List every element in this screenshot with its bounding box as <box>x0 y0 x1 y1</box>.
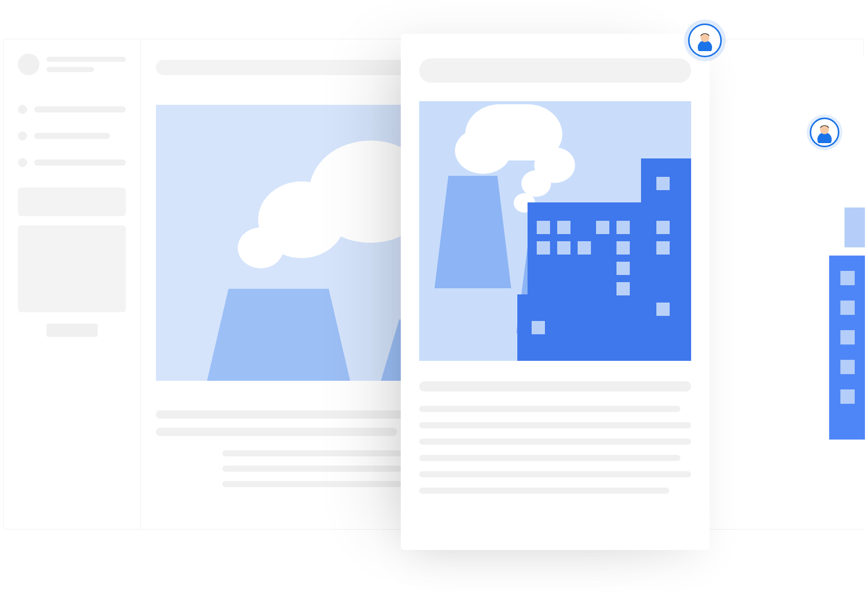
window-icon <box>616 262 630 275</box>
window-icon <box>656 177 670 190</box>
cooling-tower-icon <box>435 176 511 288</box>
window-icon <box>578 241 591 255</box>
placeholder-line <box>47 67 94 72</box>
sidebar-placeholder <box>4 39 141 529</box>
user-avatar-badge <box>688 24 722 57</box>
cloud-icon <box>455 128 511 174</box>
window-icon <box>616 221 630 234</box>
window-icon <box>616 241 630 255</box>
placeholder-line <box>419 455 680 461</box>
window-icon <box>557 241 570 255</box>
placeholder-line <box>419 488 669 494</box>
article-text-placeholder <box>419 381 691 494</box>
placeholder-line <box>419 471 691 477</box>
building-strip <box>844 208 865 247</box>
window-icon <box>840 360 855 374</box>
placeholder-line <box>47 57 126 62</box>
user-avatar-icon <box>814 122 835 143</box>
window-icon <box>532 321 545 334</box>
cooling-tower-icon <box>207 289 350 381</box>
profile-text-placeholder <box>47 54 126 77</box>
window-icon <box>840 389 855 404</box>
cloud-icon <box>238 227 284 268</box>
sidebar-button-placeholder <box>47 324 98 337</box>
placeholder-line <box>34 133 110 139</box>
placeholder-line <box>34 106 126 112</box>
bullet-icon <box>18 158 27 167</box>
sidebar-item-placeholder <box>18 105 126 114</box>
placeholder-line <box>222 466 401 472</box>
placeholder-line <box>222 450 401 456</box>
placeholder-line <box>419 422 691 428</box>
sidebar-card-placeholder <box>18 225 126 312</box>
window-icon <box>656 221 670 234</box>
placeholder-line <box>419 381 691 392</box>
placeholder-line <box>156 428 397 436</box>
window-icon <box>596 221 609 234</box>
hero-illustration <box>419 101 691 361</box>
bullet-icon <box>18 105 27 114</box>
placeholder-line <box>419 439 691 445</box>
search-bar-placeholder <box>419 58 691 83</box>
sidebar-item-placeholder <box>18 158 126 167</box>
window-icon <box>557 221 570 234</box>
placeholder-line <box>34 159 126 166</box>
placeholder-line <box>419 406 680 412</box>
sidebar-item-placeholder <box>18 131 126 141</box>
window-icon <box>656 303 670 316</box>
window-icon <box>656 241 670 255</box>
sidebar-profile-placeholder <box>18 54 126 77</box>
avatar-placeholder-circle <box>18 54 39 75</box>
bullet-icon <box>18 131 27 141</box>
window-icon <box>840 301 855 315</box>
sidebar-card-placeholder <box>18 188 126 216</box>
window-icon <box>840 330 855 344</box>
window-icon <box>616 282 630 295</box>
window-icon <box>537 241 550 255</box>
window-icon <box>537 221 550 234</box>
placeholder-line <box>222 481 401 487</box>
background-right-card <box>696 56 865 528</box>
user-avatar-badge <box>810 118 839 147</box>
foreground-article-card <box>401 34 710 550</box>
window-icon <box>840 271 855 285</box>
user-avatar-icon <box>694 30 716 51</box>
